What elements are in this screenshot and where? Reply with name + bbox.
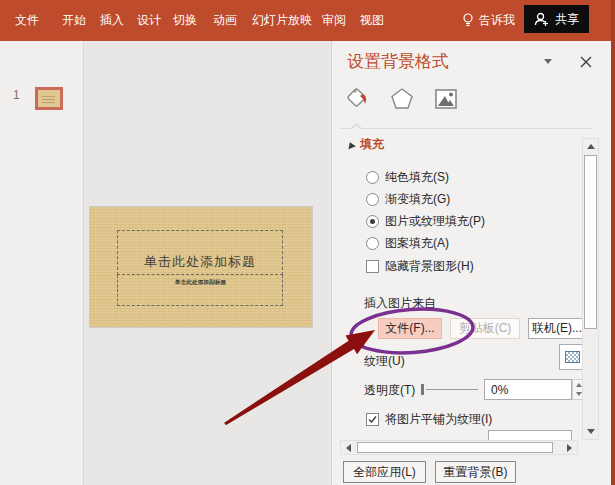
effects-pentagon-icon xyxy=(389,86,415,112)
pane-menu-button[interactable] xyxy=(544,59,560,71)
subtitle-placeholder-text: 单击此处添加副标题 xyxy=(174,278,225,286)
option-label: 将图片平铺为纹理(I) xyxy=(385,411,492,428)
option-picture-texture-fill[interactable]: 图片或纹理填充(P) xyxy=(366,213,485,229)
transparency-label: 透明度(T) xyxy=(364,382,415,399)
radio-icon xyxy=(366,193,379,206)
option-solid-fill[interactable]: 纯色填充(S) xyxy=(366,169,449,185)
vertical-scrollbar-thumb[interactable] xyxy=(584,155,597,329)
scroll-up-button[interactable] xyxy=(583,139,598,154)
tab-view[interactable]: 视图 xyxy=(360,12,384,29)
option-label: 图案填充(A) xyxy=(385,235,449,252)
tab-slideshow[interactable]: 幻灯片放映 xyxy=(252,12,312,29)
option-tile-picture[interactable]: 将图片平铺为纹理(I) xyxy=(366,411,492,427)
transparency-slider-track[interactable] xyxy=(426,389,478,390)
radio-icon xyxy=(366,237,379,250)
arrow-left-icon xyxy=(346,444,351,452)
scroll-right-button[interactable] xyxy=(562,441,577,454)
lightbulb-icon xyxy=(462,13,474,28)
tab-insert[interactable]: 插入 xyxy=(100,12,124,29)
arrow-right-icon xyxy=(567,444,572,452)
transparency-value-input[interactable]: 0% xyxy=(484,379,572,400)
slide-editing-area: 单击此处添加标题 单击此处添加副标题 xyxy=(85,41,331,485)
slide-number: 1 xyxy=(13,88,20,102)
close-icon xyxy=(580,56,592,68)
horizontal-scrollbar-thumb[interactable] xyxy=(357,442,553,453)
share-button[interactable]: 共享 xyxy=(524,5,589,33)
pane-tab-icons xyxy=(345,85,459,112)
person-plus-icon xyxy=(534,12,549,27)
checkbox-icon xyxy=(366,260,379,273)
format-background-pane: 设置背景格式 xyxy=(331,41,611,485)
title-placeholder[interactable]: 单击此处添加标题 xyxy=(117,230,283,275)
fill-bucket-icon xyxy=(345,86,371,112)
slide[interactable]: 单击此处添加标题 单击此处添加副标题 xyxy=(90,207,312,327)
tab-animations[interactable]: 动画 xyxy=(213,12,237,29)
option-label: 纯色填充(S) xyxy=(385,169,449,186)
thumb-placeholder-line xyxy=(42,102,55,103)
option-gradient-fill[interactable]: 渐变填充(G) xyxy=(366,191,450,207)
option-label: 渐变填充(G) xyxy=(385,191,450,208)
tab-design[interactable]: 设计 xyxy=(137,12,161,29)
option-label: 图片或纹理填充(P) xyxy=(385,213,485,230)
tab-home[interactable]: 开始 xyxy=(62,12,86,29)
option-hide-background[interactable]: 隐藏背景图形(H) xyxy=(366,258,474,274)
clipboard-button[interactable]: 剪贴板(C) xyxy=(450,318,520,339)
arrow-down-icon xyxy=(587,429,595,434)
window-edge xyxy=(611,0,615,485)
option-pattern-fill[interactable]: 图案填充(A) xyxy=(366,235,449,251)
title-placeholder-text: 单击此处添加标题 xyxy=(144,253,256,274)
texture-label: 纹理(U) xyxy=(364,353,405,370)
picture-icon xyxy=(433,86,459,112)
powerpoint-window: 文件 开始 插入 设计 切换 动画 幻灯片放映 审阅 视图 告诉我 共享 xyxy=(0,0,615,485)
vertical-scrollbar[interactable] xyxy=(582,138,599,440)
thumb-placeholder-line xyxy=(42,96,55,97)
active-tab-caret xyxy=(350,121,366,129)
subtitle-placeholder[interactable]: 单击此处添加副标题 xyxy=(117,275,283,306)
radio-selected-icon xyxy=(366,215,379,228)
share-label: 共享 xyxy=(555,11,579,28)
option-label: 隐藏背景图形(H) xyxy=(385,258,474,275)
transparency-slider-handle[interactable] xyxy=(421,384,424,395)
scroll-left-button[interactable] xyxy=(341,441,356,454)
collapse-triangle-icon xyxy=(346,140,356,149)
tab-review[interactable]: 审阅 xyxy=(322,12,346,29)
pane-title: 设置背景格式 xyxy=(347,50,449,73)
effects-tab[interactable] xyxy=(389,85,415,112)
insert-picture-from-label: 插入图片来自 xyxy=(364,295,436,312)
fill-section-label: 填充 xyxy=(360,136,384,153)
apply-to-all-button[interactable]: 全部应用(L) xyxy=(343,461,426,483)
slide-thumbnail-panel: 1 xyxy=(0,41,84,485)
chevron-down-icon xyxy=(544,59,552,64)
arrow-up-icon xyxy=(587,144,595,149)
slide-thumbnail-selected[interactable] xyxy=(35,87,63,110)
texture-swatch-icon xyxy=(565,351,580,363)
pane-close-button[interactable] xyxy=(580,54,594,68)
radio-icon xyxy=(366,171,379,184)
pane-divider xyxy=(340,128,592,129)
fill-section-header[interactable]: 填充 xyxy=(347,136,384,153)
tab-transitions[interactable]: 切换 xyxy=(173,12,197,29)
fill-tab[interactable] xyxy=(345,85,371,112)
tell-me[interactable]: 告诉我 xyxy=(462,12,515,29)
file-button[interactable]: 文件(F)... xyxy=(378,318,442,339)
online-button[interactable]: 联机(E)... xyxy=(528,318,586,339)
thumb-placeholder-line xyxy=(42,99,55,100)
checkbox-checked-icon xyxy=(366,413,379,426)
tab-file[interactable]: 文件 xyxy=(15,12,39,29)
tell-me-label: 告诉我 xyxy=(479,12,515,29)
reset-background-button[interactable]: 重置背景(B) xyxy=(435,461,516,483)
scroll-down-button[interactable] xyxy=(583,424,598,439)
ribbon: 文件 开始 插入 设计 切换 动画 幻灯片放映 审阅 视图 告诉我 共享 xyxy=(0,0,615,41)
picture-tab[interactable] xyxy=(433,85,459,112)
horizontal-scrollbar[interactable] xyxy=(340,440,578,455)
